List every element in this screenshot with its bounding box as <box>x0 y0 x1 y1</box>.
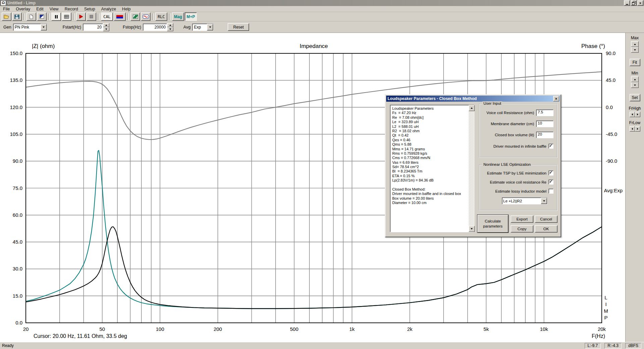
bar-pause-button[interactable] <box>51 12 61 21</box>
generator-button[interactable] <box>141 12 151 21</box>
menu-overlay[interactable]: Overlay <box>13 6 33 12</box>
dialog-title: Loudspeaker Parameters - Closed Box Meth… <box>388 96 553 101</box>
menu-view[interactable]: View <box>47 6 62 12</box>
close-button[interactable]: × <box>637 0 643 6</box>
menu-setup[interactable]: Setup <box>81 6 98 12</box>
fstart-input[interactable] <box>83 23 103 31</box>
restore-icon <box>632 2 635 5</box>
spin-down-icon[interactable] <box>103 27 109 31</box>
magnitude-phase-mode-button[interactable]: M+P <box>185 12 197 21</box>
spin-right-icon[interactable] <box>635 112 640 117</box>
fit-button[interactable]: Fit <box>630 59 640 66</box>
scroll-down-icon[interactable] <box>469 226 475 232</box>
lossy-inductor-checkbox[interactable] <box>548 189 553 194</box>
averaging-mode-readout: Avg:Exp <box>604 188 623 193</box>
svg-text:15.0: 15.0 <box>13 293 22 299</box>
minimize-button[interactable] <box>624 0 630 6</box>
chevron-down-icon[interactable] <box>41 24 47 31</box>
table-view-button[interactable] <box>62 12 71 21</box>
record-stop-button[interactable] <box>86 12 96 21</box>
chevron-down-icon[interactable] <box>207 24 213 31</box>
scroll-up-icon[interactable] <box>469 105 475 111</box>
svg-text:500: 500 <box>290 326 298 332</box>
max-spinner[interactable] <box>631 41 639 53</box>
copy-document-button[interactable] <box>26 12 36 21</box>
avg-label: Avg <box>183 25 190 30</box>
menu-file[interactable]: File <box>0 6 13 12</box>
magnitude-mode-button[interactable]: Mag <box>172 12 184 21</box>
export-button[interactable]: Export <box>511 215 533 223</box>
spin-up-icon[interactable] <box>167 23 173 27</box>
svg-text:1k: 1k <box>349 326 355 332</box>
menu-record[interactable]: Record <box>62 6 81 12</box>
spin-up-icon[interactable] <box>631 77 639 82</box>
reset-button[interactable]: Reset <box>228 23 249 31</box>
copy-button[interactable]: Copy <box>511 225 533 233</box>
calculate-parameters-button[interactable]: Calculate parameters <box>477 214 509 233</box>
spin-down-icon[interactable] <box>631 47 639 53</box>
chart-title: Impedance <box>26 43 602 50</box>
window-titlebar[interactable]: Ω Untitled - Limp × <box>0 0 644 6</box>
infinite-baffle-checkbox[interactable] <box>548 144 553 149</box>
fstop-spinner[interactable] <box>167 23 173 31</box>
listbox-scrollbar[interactable] <box>469 105 474 232</box>
svg-text:20: 20 <box>23 326 29 332</box>
generator-type-select[interactable]: PN Pink <box>13 23 47 31</box>
svg-text:90.0: 90.0 <box>13 158 22 164</box>
svg-text:2k: 2k <box>407 326 412 332</box>
fstop-input[interactable] <box>143 23 167 31</box>
status-message: Ready <box>2 343 581 348</box>
spin-up-icon[interactable] <box>631 41 639 47</box>
estimate-tsp-label: Estimate TSP by LSE minimization <box>487 171 546 175</box>
calibrate-button[interactable]: CAL <box>101 12 113 21</box>
dialog-close-button[interactable]: × <box>553 96 559 101</box>
svg-text:30.0: 30.0 <box>13 266 22 271</box>
set-button[interactable]: Set <box>630 94 640 101</box>
svg-text:0.0: 0.0 <box>15 320 22 326</box>
x-axis-title: F(Hz) <box>592 333 605 339</box>
frlow-spinner[interactable] <box>630 126 640 132</box>
background-split-button[interactable] <box>37 12 47 21</box>
limp-watermark: LIMP <box>603 295 609 321</box>
menu-edit[interactable]: Edit <box>33 6 47 12</box>
membrane-diameter-input[interactable] <box>536 120 553 127</box>
spin-up-icon[interactable] <box>103 23 109 27</box>
inductor-model-select[interactable]: Le +L2||R2 <box>502 197 547 204</box>
svg-text:100: 100 <box>156 326 164 332</box>
spin-left-icon[interactable] <box>630 112 635 117</box>
spin-right-icon[interactable] <box>635 126 640 132</box>
record-start-button[interactable] <box>76 12 86 21</box>
fstart-spinner[interactable] <box>103 23 109 31</box>
svg-text:-90.0: -90.0 <box>606 158 617 164</box>
spectrum-button[interactable] <box>130 12 140 21</box>
open-file-button[interactable] <box>2 12 11 21</box>
min-spinner[interactable] <box>631 77 639 88</box>
estimate-re-checkbox[interactable] <box>548 180 553 185</box>
estimate-tsp-checkbox[interactable] <box>548 170 553 176</box>
parameters-listbox[interactable]: Loudspeaker ParametersFs = 47.20 HzRe = … <box>390 105 474 232</box>
menu-help[interactable]: Help <box>119 6 134 12</box>
cursor-readout: Cursor: 20.00 Hz, 11.61 Ohm, 33.5 deg <box>34 333 127 339</box>
dialog-titlebar[interactable]: Loudspeaker Parameters - Closed Box Meth… <box>386 96 560 102</box>
generator-controls: Gen PN Pink Fstart(Hz) Fstop(Hz) Avg Exp… <box>0 21 644 33</box>
voice-coil-input[interactable] <box>536 109 553 116</box>
restore-button[interactable] <box>631 0 637 6</box>
spin-down-icon[interactable] <box>631 82 639 88</box>
cancel-button[interactable]: Cancel <box>535 215 558 223</box>
menu-analyze[interactable]: Analyze <box>98 6 119 12</box>
gen-label: Gen <box>3 25 11 30</box>
frhigh-spinner[interactable] <box>630 112 640 117</box>
box-volume-input[interactable] <box>536 132 553 138</box>
voice-coil-label: Voice coil Resistance (ohm) <box>486 111 534 115</box>
open-folder-icon <box>4 14 9 19</box>
spin-left-icon[interactable] <box>630 126 635 132</box>
save-button[interactable] <box>12 12 22 21</box>
rlc-button[interactable]: RLC <box>155 12 167 21</box>
ok-button[interactable]: OK <box>535 225 558 233</box>
averaging-select[interactable]: Exp <box>192 23 214 31</box>
spin-down-icon[interactable] <box>167 27 173 31</box>
level-meter-button[interactable] <box>114 12 126 21</box>
svg-text:75.0: 75.0 <box>13 185 22 191</box>
chevron-down-icon[interactable] <box>541 198 547 204</box>
svg-text:-45.0: -45.0 <box>606 131 617 137</box>
